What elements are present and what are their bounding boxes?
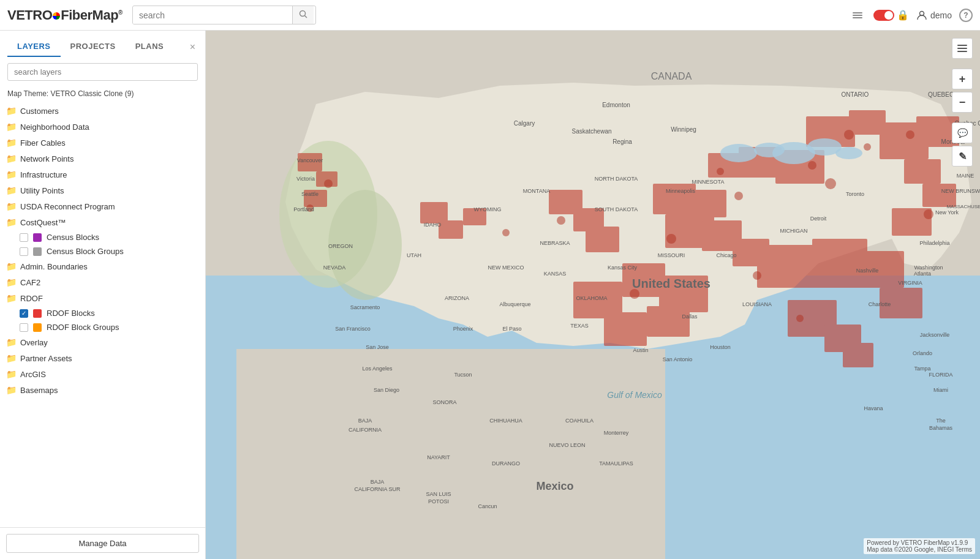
logo: VETROFiberMap®	[7, 7, 123, 23]
tab-projects[interactable]: PROJECTS	[61, 37, 126, 57]
layer-group-utility-points[interactable]: 📁 Utility Points	[0, 182, 205, 198]
svg-text:Tampa: Tampa	[914, 366, 930, 372]
svg-text:NEVADA: NEVADA	[323, 264, 345, 271]
layers-icon[interactable]	[849, 7, 866, 24]
svg-point-60	[557, 216, 565, 225]
sidebar-close-button[interactable]: ×	[187, 39, 198, 55]
zoom-out-button[interactable]: −	[952, 92, 973, 113]
tab-plans[interactable]: PLANS	[126, 37, 174, 57]
search-input[interactable]	[133, 7, 292, 24]
layer-group-rdof[interactable]: 📁 RDOF	[0, 290, 205, 306]
edit-icon: ✎	[959, 151, 967, 162]
svg-text:OKLAHOMA: OKLAHOMA	[576, 295, 607, 301]
map-theme-label: Map Theme:	[7, 89, 48, 98]
svg-point-68	[835, 147, 862, 159]
folder-icon: 📁	[6, 170, 17, 179]
svg-text:Detroit: Detroit	[810, 216, 827, 222]
toggle-switch[interactable]	[873, 10, 894, 21]
svg-text:NAYARIT: NAYARIT	[427, 454, 450, 460]
svg-text:IDAHO: IDAHO	[424, 222, 442, 228]
svg-text:OREGON: OREGON	[328, 243, 353, 249]
svg-point-53	[734, 192, 743, 200]
edit-button[interactable]: ✎	[952, 146, 973, 167]
svg-text:CHIHUAHUA: CHIHUAHUA	[489, 418, 522, 424]
sidebar-header: LAYERS PROJECTS PLANS ×	[0, 31, 205, 57]
svg-text:DURANGO: DURANGO	[492, 460, 520, 467]
folder-icon: 📁	[6, 186, 17, 195]
svg-text:Dallas: Dallas	[682, 313, 698, 320]
manage-data-button[interactable]: Manage Data	[6, 534, 199, 553]
map-attribution: Powered by VETRO FiberMap v1.9.9 Map dat…	[864, 538, 975, 554]
layer-group-fiber-cables[interactable]: 📁 Fiber Cables	[0, 135, 205, 151]
layer-group-network-points[interactable]: 📁 Network Points	[0, 151, 205, 167]
svg-point-55	[753, 271, 761, 280]
layer-group-admin-boundaries[interactable]: 📁 Admin. Boundaries	[0, 258, 205, 274]
layer-group-customers[interactable]: 📁 Customers	[0, 103, 205, 119]
layers-toggle-button[interactable]	[952, 38, 973, 59]
layer-search-input[interactable]	[7, 63, 198, 81]
map-area[interactable]: Gulf of Mexico United States Mexico CANA…	[206, 31, 980, 559]
svg-text:MASSACHUSETTS: MASSACHUSETTS	[946, 204, 980, 209]
attribution-text: Powered by VETRO FiberMap v1.9.9	[867, 539, 968, 546]
user-section[interactable]: demo	[916, 10, 952, 21]
layer-group-neighborhood-data[interactable]: 📁 Neighborhood Data	[0, 119, 205, 135]
svg-rect-3	[853, 15, 862, 16]
main-content: LAYERS PROJECTS PLANS × Map Theme: VETRO…	[0, 31, 980, 559]
help-icon[interactable]: ?	[959, 9, 973, 22]
zoom-in-button[interactable]: +	[952, 69, 973, 89]
svg-text:VIRGINIA: VIRGINIA	[898, 280, 922, 286]
census-block-groups-checkbox[interactable]	[20, 247, 28, 256]
layer-group-label: Utility Points	[20, 186, 64, 195]
tab-layers[interactable]: LAYERS	[7, 37, 61, 57]
rdof-block-groups-checkbox[interactable]	[20, 323, 28, 332]
svg-text:New York: New York	[935, 209, 959, 216]
svg-text:Atlanta: Atlanta	[914, 271, 931, 277]
layer-group-label: Overlay	[20, 338, 48, 347]
svg-text:Portland: Portland	[293, 206, 314, 212]
folder-icon: 📁	[6, 369, 17, 379]
svg-text:CALIFORNIA SUR: CALIFORNIA SUR	[354, 486, 401, 492]
rdof-blocks-checkbox[interactable]: ✓	[20, 309, 28, 318]
svg-text:CALIFORNIA: CALIFORNIA	[349, 427, 382, 433]
layer-group-infrastructure[interactable]: 📁 Infrastructure	[0, 167, 205, 182]
census-blocks-checkbox[interactable]	[20, 233, 28, 242]
svg-text:Austin: Austin	[633, 347, 648, 353]
layers-toggle-icon	[957, 43, 968, 54]
svg-point-56	[796, 315, 804, 322]
layer-sub-item-census-blocks[interactable]: Census Blocks	[0, 230, 205, 244]
layer-sub-item-rdof-blocks[interactable]: ✓ RDOF Blocks	[0, 306, 205, 320]
layer-group-label: CostQuest™	[20, 218, 66, 227]
layer-group-arcgis[interactable]: 📁 ArcGIS	[0, 366, 205, 382]
layer-sub-item-label: RDOF Block Groups	[47, 323, 119, 332]
username-label: demo	[930, 10, 952, 20]
layer-group-basemaps[interactable]: 📁 Basemaps	[0, 382, 205, 398]
svg-line-1	[304, 16, 307, 18]
svg-text:Monterrey: Monterrey	[604, 430, 629, 436]
svg-text:LOUISIANA: LOUISIANA	[742, 301, 772, 307]
comment-button[interactable]: 💬	[952, 122, 973, 143]
layer-sub-item-rdof-block-groups[interactable]: RDOF Block Groups	[0, 320, 205, 334]
svg-point-48	[844, 130, 854, 140]
svg-point-59	[924, 209, 933, 219]
svg-text:MISSOURI: MISSOURI	[658, 252, 685, 258]
layer-sub-item-label: Census Blocks	[47, 233, 99, 242]
folder-icon: 📁	[6, 106, 17, 116]
svg-text:Bahamas: Bahamas	[929, 425, 953, 431]
layer-group-partner-assets[interactable]: 📁 Partner Assets	[0, 350, 205, 366]
attribution-data: Map data ©2020 Google, INEGI Terms	[867, 546, 972, 553]
rdof-blocks-color	[33, 309, 42, 318]
folder-icon: 📁	[6, 138, 17, 148]
layer-group-caf2[interactable]: 📁 CAF2	[0, 274, 205, 290]
layer-group-label: USDA Reconnect Program	[20, 202, 115, 211]
layer-sub-item-census-block-groups[interactable]: Census Block Groups	[0, 244, 205, 258]
layer-group-usda[interactable]: 📁 USDA Reconnect Program	[0, 198, 205, 214]
svg-text:CANADA: CANADA	[651, 71, 692, 81]
svg-text:MINNESOTA: MINNESOTA	[692, 179, 725, 185]
layer-group-overlay[interactable]: 📁 Overlay	[0, 334, 205, 350]
svg-text:Jacksonville: Jacksonville	[920, 332, 950, 338]
layer-group-costquest[interactable]: 📁 CostQuest™	[0, 214, 205, 230]
svg-text:Washington: Washington	[914, 264, 943, 271]
svg-point-58	[906, 130, 914, 139]
svg-point-62	[324, 179, 333, 188]
search-button[interactable]	[292, 6, 314, 24]
